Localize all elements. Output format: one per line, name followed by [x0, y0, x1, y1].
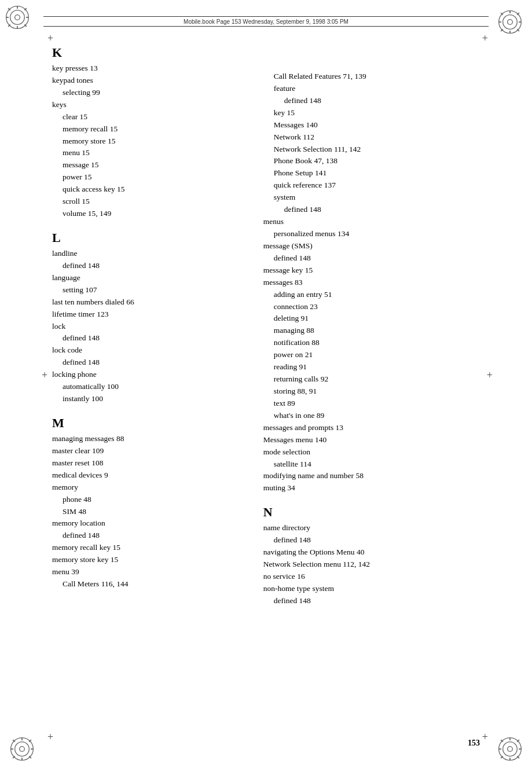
crosshair-br: + — [482, 732, 488, 742]
entry-satellite-114: satellite 114 — [274, 458, 480, 471]
entry-modifying-name: modifying name and number 58 — [263, 470, 480, 482]
entry-lock-code: lock code — [52, 344, 246, 357]
entry-power-on-21: power on 21 — [274, 349, 480, 361]
entry-messages-menu: Messages menu 140 — [263, 434, 480, 446]
crosshair-tr: + — [482, 33, 488, 43]
entry-non-home-type: non-home type system — [263, 583, 480, 595]
entry-master-reset: master reset 108 — [52, 457, 246, 469]
entry-message-sms: message (SMS) — [263, 240, 480, 252]
corner-decoration-bl — [5, 732, 39, 766]
entry-managing-88: managing 88 — [274, 325, 480, 337]
entry-reading-91: reading 91 — [274, 361, 480, 373]
entry-memory-sim: SIM 48 — [63, 506, 246, 518]
entry-quick-access-key-15: quick access key 15 — [63, 183, 246, 196]
section-l: L landline defined 148 language setting … — [52, 230, 246, 405]
entry-no-service: no service 16 — [263, 571, 480, 583]
entry-text-89: text 89 — [274, 398, 480, 410]
entry-network-112: Network 112 — [274, 131, 480, 144]
entry-memory: memory — [52, 482, 246, 494]
entry-memory-recall-15: memory recall 15 — [63, 123, 246, 135]
entry-selecting-99: selecting 99 — [63, 87, 246, 99]
entry-scroll-15: scroll 15 — [63, 196, 246, 208]
entry-memory-recall-key: memory recall key 15 — [52, 542, 246, 554]
svg-point-23 — [15, 742, 30, 757]
entry-non-home-defined: defined 148 — [274, 595, 480, 607]
entry-menus: menus — [263, 216, 480, 228]
left-column: K key presses 13 keypad tones selecting … — [52, 41, 258, 730]
entry-messages-and-prompts: messages and prompts 13 — [263, 422, 480, 434]
crosshair-bl: + — [47, 732, 53, 742]
entry-lifetime-timer: lifetime timer 123 — [52, 309, 246, 321]
entry-keys: keys — [52, 99, 246, 111]
entry-menu-key-15: key 15 — [274, 107, 480, 119]
svg-point-34 — [503, 742, 518, 757]
entry-notification-88: notification 88 — [274, 337, 480, 349]
entry-feature: feature — [274, 83, 480, 95]
svg-point-24 — [20, 747, 25, 752]
entry-volume-15-149: volume 15, 149 — [63, 208, 246, 220]
entry-mode-selection: mode selection — [263, 446, 480, 458]
corner-decoration-tr — [493, 5, 527, 39]
page-number: 153 — [468, 739, 480, 748]
entry-whats-in-one: what's in one 89 — [274, 410, 480, 422]
entry-muting: muting 34 — [263, 482, 480, 494]
entry-message-sms-defined: defined 148 — [274, 252, 480, 265]
entry-call-meters: Call Meters 116, 144 — [63, 578, 246, 590]
entry-name-directory-defined: defined 148 — [274, 534, 480, 546]
section-m-continued: Call Related Features 71, 139 feature de… — [263, 71, 480, 494]
corner-decoration-tl — [5, 5, 39, 39]
crosshair-left-mid: + — [42, 370, 47, 380]
entry-network-selection-menu: Network Selection menu 112, 142 — [263, 559, 480, 571]
entry-feature-defined: defined 148 — [284, 95, 480, 107]
crosshair-right-mid: + — [487, 370, 493, 380]
entry-call-related-features: Call Related Features 71, 139 — [274, 71, 480, 83]
svg-point-1 — [10, 10, 25, 25]
entry-lock: lock — [52, 321, 246, 333]
entry-memory-phone: phone 48 — [63, 494, 246, 506]
entry-memory-location: memory location — [52, 517, 246, 530]
svg-point-35 — [508, 747, 513, 752]
entry-quick-reference-137: quick reference 137 — [274, 179, 480, 192]
entry-menu-15: menu 15 — [63, 147, 246, 159]
svg-point-13 — [508, 20, 513, 25]
entry-phone-setup-141: Phone Setup 141 — [274, 167, 480, 179]
entry-adding-an-entry: adding an entry 51 — [274, 289, 480, 301]
entry-automatically-100: automatically 100 — [63, 381, 246, 393]
entry-language: language — [52, 272, 246, 284]
section-letter-n: N — [263, 505, 480, 520]
entry-managing-messages: managing messages 88 — [52, 433, 246, 445]
section-m: M managing messages 88 master clear 109 … — [52, 416, 246, 590]
entry-network-selection-111-142: Network Selection 111, 142 — [274, 144, 480, 156]
entry-last-ten-numbers: last ten numbers dialed 66 — [52, 296, 246, 309]
entry-storing-88-91: storing 88, 91 — [274, 386, 480, 398]
entry-master-clear: master clear 109 — [52, 445, 246, 457]
entry-instantly-100: instantly 100 — [63, 393, 246, 405]
entry-lock-code-defined: defined 148 — [63, 357, 246, 369]
entry-keypad-tones: keypad tones — [52, 75, 246, 87]
svg-point-2 — [15, 15, 20, 20]
entry-memory-store-key: memory store key 15 — [52, 554, 246, 566]
header-bar: Mobile.book Page 153 Wednesday, Septembe… — [43, 16, 489, 27]
entry-connection-23: connection 23 — [274, 301, 480, 313]
entry-memory-location-defined: defined 148 — [63, 530, 246, 542]
entry-returning-calls-92: returning calls 92 — [274, 373, 480, 386]
entry-personalized-menus: personalized menus 134 — [274, 228, 480, 240]
entry-lock-defined: defined 148 — [63, 332, 246, 344]
right-column: Call Related Features 71, 139 feature de… — [258, 41, 480, 730]
section-letter-l: L — [52, 230, 246, 245]
entry-name-directory: name directory — [263, 522, 480, 534]
section-n: N name directory defined 148 navigating … — [263, 505, 480, 607]
entry-navigating-options: navigating the Options Menu 40 — [263, 546, 480, 559]
section-letter-m: M — [52, 416, 246, 431]
entry-messages-140: Messages 140 — [274, 119, 480, 131]
main-content: K key presses 13 keypad tones selecting … — [52, 41, 480, 730]
section-k: K key presses 13 keypad tones selecting … — [52, 45, 246, 220]
entry-landline: landline — [52, 248, 246, 260]
entry-phone-book-47-138: Phone Book 47, 138 — [274, 155, 480, 167]
entry-messages-83: messages 83 — [263, 277, 480, 289]
entry-power-15: power 15 — [63, 171, 246, 183]
entry-language-setting: setting 107 — [63, 284, 246, 296]
entry-memory-store-15: memory store 15 — [63, 135, 246, 148]
entry-system-defined: defined 148 — [284, 204, 480, 216]
corner-decoration-br — [493, 732, 527, 766]
